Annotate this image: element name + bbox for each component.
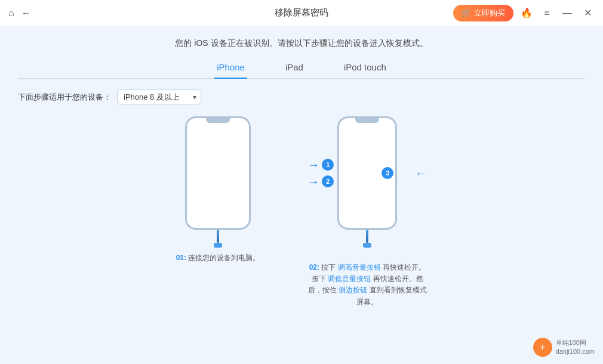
watermark: + 单纯100网 danji100.com [533, 338, 595, 357]
arrow-right-2: → [307, 175, 319, 187]
step2-highlight3: 侧边按钮 [339, 286, 367, 294]
watermark-icon: + [533, 338, 552, 357]
phone2-notch [355, 118, 379, 123]
step1-label: 01: 连接您的设备到电脑。 [176, 252, 260, 264]
phone1-cable [217, 230, 219, 243]
cart-icon: 🛒 [462, 8, 471, 17]
device-select[interactable]: iPhone 8 及以上 iPhone 7 系列 iPhone 6s 及以下 [117, 90, 201, 104]
buy-label: 立即购买 [474, 8, 505, 18]
titlebar: ⌂ ← 移除屏幕密码 🛒 立即购买 🔥 ≡ — ✕ [0, 0, 603, 26]
phone2-connector-wrap [307, 243, 427, 248]
home-icon[interactable]: ⌂ [8, 8, 14, 18]
badge-1: 1 [322, 159, 334, 171]
right-badge-area: 3 [382, 167, 393, 179]
step1-container: 01: 连接您的设备到电脑。 [176, 116, 260, 264]
step2-highlight1: 调高音量按钮 [338, 263, 381, 272]
close-icon[interactable]: ✕ [580, 6, 595, 20]
device-select-wrapper: iPhone 8 及以上 iPhone 7 系列 iPhone 6s 及以下 [117, 90, 201, 104]
phone1-wrapper [185, 116, 251, 230]
steps-area: 01: 连接您的设备到电脑。 → 1 → 2 [18, 116, 585, 308]
buy-button[interactable]: 🛒 立即购买 [453, 5, 513, 21]
phone1-screen [187, 123, 249, 228]
step1-description: 连接您的设备到电脑。 [188, 254, 260, 262]
step1-number: 01: [176, 254, 186, 262]
tab-iphone[interactable]: iPhone [214, 58, 247, 78]
step2-highlight2: 调低音量按钮 [328, 274, 371, 283]
subtitle-text: 您的 iOS 设备正在被识别。请按以下步骤让您的设备进入恢复模式。 [18, 38, 585, 49]
step2-container: → 1 → 2 3 [307, 116, 427, 308]
arrow-badge-2: → 2 [307, 175, 334, 187]
arrow-right-1: → [307, 159, 319, 171]
tab-ipad[interactable]: iPad [283, 58, 306, 78]
back-icon[interactable]: ← [21, 8, 31, 18]
fire-icon[interactable]: 🔥 [519, 6, 534, 20]
minimize-icon[interactable]: — [560, 6, 574, 20]
phone1-illustration [185, 116, 251, 230]
titlebar-left: ⌂ ← [8, 8, 31, 18]
arrows-left: → 1 → 2 [307, 159, 334, 187]
arrow-left-area: ← [415, 166, 427, 180]
watermark-url: danji100.com [556, 347, 595, 356]
step2-text4: 直到看到恢复模式屏幕。 [356, 286, 426, 306]
watermark-site: 单纯100网 [556, 338, 595, 347]
main-content: 您的 iOS 设备正在被识别。请按以下步骤让您的设备进入恢复模式。 iPhone… [0, 26, 603, 364]
arrow-left-icon: ← [415, 166, 427, 180]
watermark-text: 单纯100网 danji100.com [556, 338, 595, 357]
step2-label: 02: 按下 调高音量按钮 再快速松开。按下 调低音量按钮 再快速松开。然后，按… [307, 262, 427, 308]
device-selector-label: 下面步骤适用于您的设备： [18, 92, 111, 103]
phone2-cable [366, 230, 368, 243]
phone1-notch [206, 118, 230, 123]
step2-number: 02: [309, 263, 319, 272]
step2-text1: 按下 [321, 263, 336, 272]
titlebar-right: 🛒 立即购买 🔥 ≡ — ✕ [453, 5, 595, 21]
phone2-wrapper: → 1 → 2 3 [307, 116, 427, 248]
badge-3: 3 [382, 167, 393, 179]
tab-ipodtouch[interactable]: iPod touch [342, 58, 389, 78]
menu-icon[interactable]: ≡ [540, 6, 554, 20]
arrow-badge-1: → 1 [307, 159, 334, 171]
badge-2: 2 [322, 175, 334, 187]
phone2-connector [363, 243, 371, 248]
device-tabs: iPhone iPad iPod touch [18, 58, 585, 79]
device-selector-row: 下面步骤适用于您的设备： iPhone 8 及以上 iPhone 7 系列 iP… [18, 90, 585, 104]
phone1-connector [214, 243, 222, 248]
page-title: 移除屏幕密码 [275, 7, 328, 18]
phone2-inner: → 1 → 2 3 [307, 116, 427, 230]
phone2-cable-wrap [307, 230, 427, 243]
